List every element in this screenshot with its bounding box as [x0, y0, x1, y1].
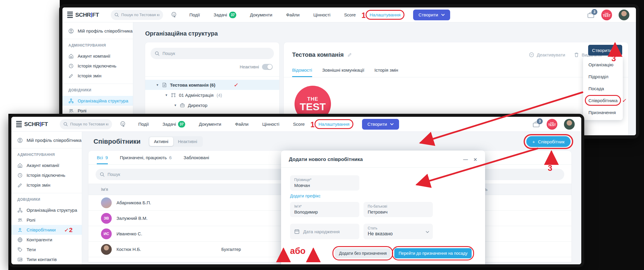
segment-active[interactable]: Активні: [149, 137, 173, 146]
gender-select[interactable]: Стать Не вказано: [364, 224, 433, 239]
company-tabs: Відомості Зовнішні комунікації Історія з…: [284, 60, 628, 77]
avatar: ИС: [101, 228, 112, 239]
search-input[interactable]: [121, 13, 160, 17]
firstname-input[interactable]: [294, 209, 355, 214]
menu-item-organization[interactable]: Організацію: [583, 59, 623, 70]
tree-search[interactable]: [151, 48, 274, 59]
close-icon[interactable]: ✕: [473, 157, 477, 162]
mood-notification-icon[interactable]: [171, 12, 177, 18]
sidebar-item-my-profile[interactable]: Мій профіль співробітника: [62, 26, 133, 36]
org-unit-icon: [171, 93, 176, 98]
nav-events[interactable]: Події: [138, 122, 149, 127]
mood-notification-icon[interactable]: [120, 121, 126, 128]
user-avatar[interactable]: [619, 10, 629, 20]
chevron-down-icon[interactable]: ▼: [156, 83, 159, 87]
search-input[interactable]: [70, 122, 108, 126]
deactivate-button[interactable]: Деактивувати: [529, 52, 565, 57]
nav-settings[interactable]: 1 Налаштування: [318, 122, 349, 127]
surname-input[interactable]: [294, 183, 355, 188]
notifications-icon[interactable]: 3: [532, 121, 540, 128]
tab-assigned-working[interactable]: Призначені, працюють6: [120, 151, 171, 164]
patronymic-field[interactable]: По-батькові: [364, 202, 433, 217]
goto-assignment-button[interactable]: Перейти до призначення на посаду: [394, 248, 472, 258]
sidebar-item-org-structure[interactable]: Організаційна структура ✓2: [62, 96, 133, 106]
sidebar-item-connection-history[interactable]: Історія підключень: [11, 170, 82, 180]
add-without-assignment-button[interactable]: Додати без призначення: [335, 248, 391, 258]
company-logo-badge[interactable]: THETEST: [601, 10, 612, 20]
roles-icon: [68, 108, 74, 113]
nav-files[interactable]: Файли: [286, 12, 300, 17]
nav-score[interactable]: Score: [293, 122, 305, 127]
modal-title: Додати нового співробітника: [289, 157, 363, 162]
contact-card-icon: [17, 257, 23, 262]
tree-search-input[interactable]: [162, 51, 270, 56]
company-logo-badge[interactable]: THETEST: [547, 119, 557, 130]
firstname-field[interactable]: Ім'я*: [290, 202, 359, 217]
nav-score[interactable]: Score: [344, 12, 356, 17]
menu-item-assignment[interactable]: Призначення: [583, 106, 623, 118]
global-search[interactable]: [111, 10, 163, 20]
menu-icon[interactable]: [16, 121, 22, 127]
tab-all[interactable]: Всі9: [97, 151, 108, 164]
tab-details[interactable]: Відомості: [292, 68, 312, 77]
home-icon: [68, 53, 74, 59]
sidebar-item-change-history[interactable]: Історія змін: [62, 71, 133, 81]
tree-node-company[interactable]: ▼ Тестова компанія (6) ✓: [145, 80, 279, 90]
menu-item-subdivision[interactable]: Підрозділ: [583, 70, 623, 82]
nav-documents[interactable]: Документи: [250, 12, 272, 17]
tab-change-history[interactable]: Історія змін: [375, 68, 398, 77]
menu-icon[interactable]: [67, 12, 73, 18]
sidebar-item-contact-types[interactable]: Типи контактів: [11, 254, 82, 264]
panel-create-button[interactable]: Створити: [588, 45, 622, 56]
minimize-icon[interactable]: —: [463, 157, 468, 162]
tab-external-communications[interactable]: Зовнішні комунікації: [322, 68, 364, 77]
tree-node-director[interactable]: ▼ Директор: [145, 100, 279, 110]
create-button[interactable]: Створити: [362, 119, 399, 130]
add-prefix-link[interactable]: Додати префікс: [290, 194, 321, 198]
pencil-icon: [17, 182, 23, 188]
nav-documents[interactable]: Документи: [199, 122, 221, 127]
sidebar-item-company-account[interactable]: Акаунт компанії: [11, 160, 82, 170]
nav-values[interactable]: Цінності: [313, 12, 330, 17]
sidebar-item-org-structure[interactable]: Організаційна структура: [11, 205, 82, 215]
sidebar-item-tags[interactable]: Теги: [11, 245, 82, 254]
surname-field[interactable]: Прізвище*: [290, 175, 359, 191]
sidebar-section-directories: ДОВІДНИКИ: [17, 197, 76, 202]
sidebar-item-employees[interactable]: Співробітники ✓2: [11, 225, 82, 235]
sidebar-item-connection-history[interactable]: Історія підключень: [62, 61, 133, 71]
user-avatar[interactable]: [564, 119, 575, 130]
nav-settings[interactable]: 1 Налаштування: [369, 12, 401, 17]
chevron-down-icon[interactable]: ▼: [174, 104, 177, 107]
patronymic-input[interactable]: [368, 209, 429, 214]
nav-tasks[interactable]: Задачі37: [162, 121, 185, 128]
chevron-down-icon[interactable]: ▼: [165, 93, 168, 97]
birthdate-field[interactable]: Дата народження: [290, 224, 359, 239]
nav-files[interactable]: Файли: [235, 122, 249, 127]
sidebar-item-company-account[interactable]: Акаунт компанії: [62, 51, 133, 61]
global-search[interactable]: [60, 119, 112, 129]
menu-item-employee[interactable]: Співробітника ✓: [583, 94, 623, 106]
briefcase-icon: [180, 103, 185, 108]
org-structure-icon: [17, 208, 23, 213]
sidebar-item-my-profile[interactable]: Мій профіль співробітника: [11, 135, 82, 145]
home-icon: [17, 163, 23, 168]
add-employee-button[interactable]: +Співробітник: [526, 136, 571, 147]
sidebar-item-roles[interactable]: Ролі: [11, 215, 82, 225]
nav-events[interactable]: Події: [189, 12, 200, 17]
notifications-icon[interactable]: 3: [587, 12, 595, 18]
sidebar-item-change-history[interactable]: Історія змін: [11, 180, 82, 190]
employees-icon: [17, 227, 23, 233]
sidebar-section-administration: АДМІНІСТРУВАННЯ: [17, 153, 76, 157]
menu-item-position[interactable]: Посада: [583, 82, 623, 94]
segment-inactive[interactable]: Неактивні: [173, 137, 202, 146]
nav-tasks[interactable]: Задачі37: [214, 12, 236, 18]
inactive-toggle[interactable]: [262, 64, 273, 70]
create-button[interactable]: Створити: [413, 10, 450, 20]
app-logo: SCHRFT: [24, 121, 48, 128]
inactive-toggle-label: Неактивні: [240, 65, 259, 69]
edit-icon[interactable]: [347, 52, 352, 57]
nav-values[interactable]: Цінності: [262, 122, 279, 127]
tree-node-administration[interactable]: ▼ 01 Адміністрація (4): [145, 90, 279, 100]
sidebar-item-counterparties[interactable]: Контрагенти: [11, 235, 82, 245]
tab-blocked[interactable]: Заблоковані: [184, 151, 209, 164]
